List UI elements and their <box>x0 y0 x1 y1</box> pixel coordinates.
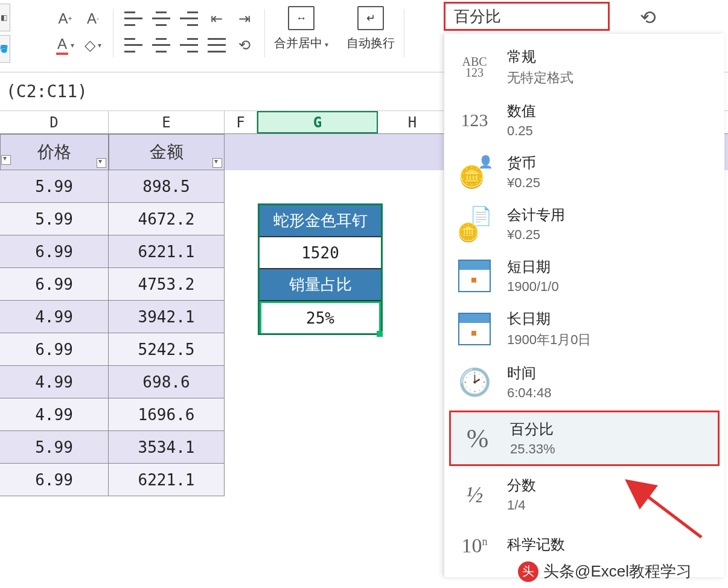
summary-box: 蛇形金色耳钉 1520 销量占比 25% <box>258 203 383 335</box>
format-option-百分比[interactable]: %百分比25.33% <box>449 411 720 466</box>
summary-value1: 1520 <box>260 237 381 269</box>
font-size-group: A▾ ◇▾ <box>45 3 113 60</box>
wrap-label: 自动换行 <box>346 35 395 51</box>
format-title: 百分比 <box>510 420 555 439</box>
format-input-value: 百分比 <box>454 6 501 27</box>
format-title: 会计专用 <box>507 205 565 225</box>
format-example: 25.33% <box>510 441 555 457</box>
watermark-text: 头条@Excel教程学习 <box>543 561 692 582</box>
summary-label: 销量占比 <box>260 269 381 301</box>
format-option-会计专用[interactable]: 会计专用¥0.25 <box>444 198 724 250</box>
format-example: 1900年1月0日 <box>507 331 591 349</box>
format-title: 科学记数 <box>507 535 565 554</box>
format-example: ¥0.25 <box>507 227 565 243</box>
filter-icon[interactable] <box>212 158 222 168</box>
123-icon: 123 <box>456 102 493 138</box>
format-example: 1900/1/0 <box>507 279 559 295</box>
divider <box>404 9 404 57</box>
highlight-button[interactable]: ◇▾ <box>82 34 104 56</box>
align-center-icon[interactable] <box>150 34 172 56</box>
undo-redo-icon[interactable]: ⟲ <box>640 6 656 29</box>
table-cell[interactable]: 4.99 <box>0 301 109 333</box>
table-cell[interactable]: 4.99 <box>0 398 109 431</box>
orientation-icon[interactable]: ⟲ <box>234 34 255 56</box>
table-cell[interactable]: 5.99 <box>0 431 109 464</box>
frac-icon: ½ <box>456 476 493 513</box>
format-example: ¥0.25 <box>507 175 540 191</box>
format-example: 1/4 <box>507 497 536 513</box>
table-cell[interactable]: 4672.2 <box>109 203 225 235</box>
format-option-数值[interactable]: 123数值0.25 <box>444 94 724 146</box>
format-option-常规[interactable]: ABC123常规无特定格式 <box>444 40 724 94</box>
fill-color-icon[interactable]: 🪣 <box>0 35 10 63</box>
col-header-E[interactable]: E <box>109 111 225 133</box>
col-header-D[interactable]: D <box>0 111 109 133</box>
format-example: 无特定格式 <box>507 69 573 87</box>
align-justify-icon[interactable] <box>206 34 228 56</box>
table-cell[interactable]: 3534.1 <box>109 431 225 464</box>
align-top-icon[interactable] <box>123 8 144 30</box>
wrap-text-icon <box>357 6 384 30</box>
table-cell[interactable]: 6221.1 <box>109 235 225 268</box>
format-option-货币[interactable]: 货币¥0.25 <box>444 146 724 198</box>
table-cell[interactable]: 5.99 <box>0 203 109 235</box>
table-cell[interactable]: 898.5 <box>109 170 225 203</box>
filter-icon[interactable] <box>1 155 11 165</box>
number-format-selector[interactable]: 百分比 <box>444 2 610 31</box>
table-cell[interactable]: 698.6 <box>109 366 225 398</box>
align-bottom-icon[interactable] <box>178 8 200 30</box>
font-grow-icon[interactable] <box>54 8 76 30</box>
indent-right-icon[interactable]: ⇥ <box>234 8 255 30</box>
merge-cells-button[interactable]: 合并居中▾ <box>265 3 337 54</box>
filter-icon[interactable] <box>97 158 106 168</box>
format-painter-icon[interactable]: ◧ <box>0 4 10 31</box>
summary-title: 蛇形金色耳钉 <box>260 205 381 237</box>
col-header-G[interactable]: G <box>257 111 378 133</box>
format-option-短日期[interactable]: 短日期1900/1/0 <box>444 250 724 302</box>
table-cell[interactable]: 3942.1 <box>109 301 225 333</box>
table-cell[interactable]: 6.99 <box>0 268 109 301</box>
table-cell[interactable]: 4.99 <box>0 366 109 398</box>
table-cell[interactable]: 4753.2 <box>109 268 225 301</box>
table-cell[interactable]: 5242.5 <box>109 333 225 366</box>
align-left-icon[interactable] <box>123 34 144 56</box>
font-shrink-icon[interactable] <box>82 8 104 30</box>
table-header[interactable]: 价格 <box>0 134 109 170</box>
sci-icon: 10n <box>456 528 493 564</box>
acct-icon <box>456 206 493 242</box>
wrap-text-button[interactable]: 自动换行 <box>337 3 404 54</box>
calendar-icon <box>456 311 493 347</box>
indent-left-icon[interactable]: ⇤ <box>206 8 228 30</box>
align-middle-icon[interactable] <box>150 8 172 30</box>
percent-icon: % <box>459 420 496 456</box>
clock-icon <box>456 364 493 400</box>
abc123-icon: ABC123 <box>456 49 493 85</box>
calendar-icon <box>456 258 493 294</box>
table-cell[interactable]: 6221.1 <box>109 464 225 496</box>
format-example: 6:04:48 <box>507 385 551 401</box>
col-header-H[interactable]: H <box>378 111 447 133</box>
format-option-时间[interactable]: 时间6:04:48 <box>444 356 724 408</box>
col-header-F[interactable]: F <box>225 111 257 133</box>
svg-line-1 <box>644 494 701 537</box>
table-cell[interactable]: 6.99 <box>0 235 109 268</box>
table-cell[interactable]: 1696.6 <box>109 398 225 431</box>
alignment-group: ⇤ ⇥ ⟲ <box>113 3 264 60</box>
table-cell[interactable]: 6.99 <box>0 333 109 366</box>
watermark: 头 头条@Excel教程学习 <box>518 561 692 582</box>
watermark-icon: 头 <box>518 561 538 582</box>
font-color-button[interactable]: A▾ <box>54 34 76 56</box>
table-cell[interactable]: 5.99 <box>0 170 109 203</box>
format-title: 常规 <box>507 47 573 66</box>
merge-label: 合并居中 <box>274 36 322 50</box>
table-cell[interactable]: 6.99 <box>0 464 109 496</box>
summary-active-cell[interactable]: 25% <box>260 301 381 333</box>
format-example: 0.25 <box>507 123 536 139</box>
format-title: 货币 <box>507 153 540 173</box>
align-right-icon[interactable] <box>178 34 200 56</box>
table-header[interactable]: 金额 <box>109 134 225 170</box>
format-option-长日期[interactable]: 长日期1900年1月0日 <box>444 302 724 356</box>
format-title: 长日期 <box>507 309 591 328</box>
merge-cells-icon <box>288 6 315 30</box>
coins-icon <box>456 154 493 190</box>
